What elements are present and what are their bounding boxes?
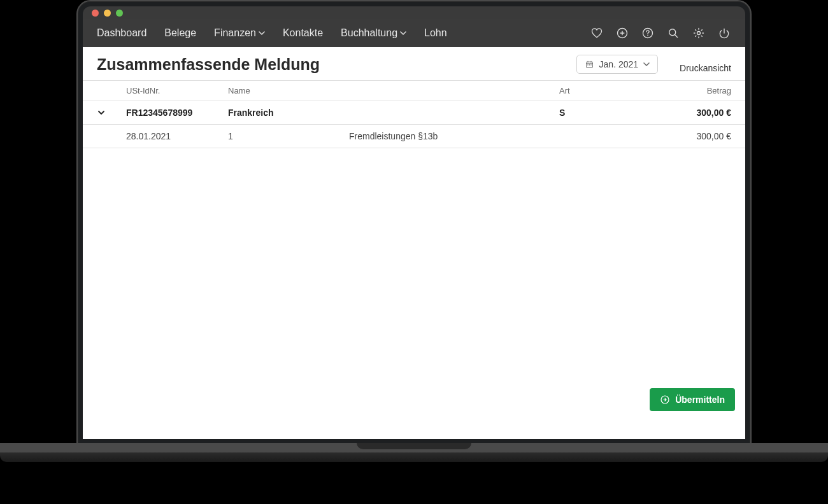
- cell-name: Frankreich: [228, 108, 349, 118]
- cell-num: 1: [228, 131, 349, 141]
- th-art: Art: [559, 86, 661, 95]
- data-table: USt-IdNr. Name Art Betrag FR12345678999 …: [83, 81, 745, 148]
- window-close-dot[interactable]: [92, 10, 99, 17]
- nav-lohn[interactable]: Lohn: [424, 27, 447, 39]
- cell-detail-betrag: 300,00 €: [661, 131, 731, 141]
- nav-dashboard-label: Dashboard: [97, 27, 146, 39]
- add-icon[interactable]: [615, 26, 629, 40]
- arrow-circle-icon: [660, 395, 670, 405]
- cell-desc: Fremdleistungen §13b: [349, 131, 438, 141]
- nav-lohn-label: Lohn: [424, 27, 447, 39]
- gear-icon[interactable]: [692, 26, 706, 40]
- nav-buchhaltung[interactable]: Buchhaltung: [341, 27, 406, 39]
- expand-row-icon[interactable]: [97, 108, 106, 117]
- page-header: Zusammenfassende Meldung Jan. 2021 Druck…: [83, 47, 745, 81]
- search-icon[interactable]: [666, 26, 680, 40]
- power-icon[interactable]: [717, 26, 731, 40]
- app-screen: Dashboard Belege Finanzen Kontakte Buchh…: [83, 6, 745, 439]
- nav-left: Dashboard Belege Finanzen Kontakte Buchh…: [97, 27, 447, 39]
- submit-button[interactable]: Übermitteln: [650, 388, 735, 411]
- nav-dashboard[interactable]: Dashboard: [97, 27, 146, 39]
- page-title: Zusammenfassende Meldung: [97, 55, 320, 74]
- cell-art: S: [559, 108, 661, 118]
- cell-date: 28.01.2021: [126, 131, 228, 141]
- window-maximize-dot[interactable]: [116, 10, 123, 17]
- table-detail-row: 28.01.2021 1 Fremdleistungen §13b 300,00…: [83, 125, 745, 148]
- window-titlebar: [83, 6, 745, 19]
- nav-kontakte[interactable]: Kontakte: [283, 27, 323, 39]
- main-menubar: Dashboard Belege Finanzen Kontakte Buchh…: [83, 19, 745, 47]
- laptop-frame: Dashboard Belege Finanzen Kontakte Buchh…: [76, 0, 752, 445]
- cell-ustid: FR12345678999: [126, 108, 228, 118]
- nav-buchhaltung-label: Buchhaltung: [341, 27, 397, 39]
- heart-icon[interactable]: [590, 26, 604, 40]
- laptop-notch: [357, 443, 471, 449]
- svg-point-4: [697, 32, 701, 35]
- nav-finanzen-label: Finanzen: [214, 27, 256, 39]
- date-picker-button[interactable]: Jan. 2021: [576, 55, 659, 74]
- submit-button-label: Übermitteln: [675, 395, 725, 405]
- window-minimize-dot[interactable]: [104, 10, 111, 17]
- date-picker-label: Jan. 2021: [599, 59, 639, 69]
- th-name: Name: [228, 86, 349, 95]
- chevron-down-icon: [643, 61, 650, 67]
- th-betrag: Betrag: [661, 86, 731, 95]
- nav-belege[interactable]: Belege: [164, 27, 196, 39]
- nav-right: [590, 26, 731, 40]
- nav-finanzen[interactable]: Finanzen: [214, 27, 265, 39]
- help-icon[interactable]: [641, 26, 655, 40]
- print-view-link[interactable]: Druckansicht: [680, 63, 731, 73]
- cell-betrag: 300,00 €: [661, 108, 731, 118]
- table-summary-row[interactable]: FR12345678999 Frankreich S 300,00 €: [83, 101, 745, 125]
- svg-point-2: [647, 35, 648, 36]
- nav-kontakte-label: Kontakte: [283, 27, 323, 39]
- chevron-down-icon: [259, 30, 265, 36]
- calendar-icon: [585, 60, 594, 69]
- table-header-row: USt-IdNr. Name Art Betrag: [83, 81, 745, 101]
- th-ustid: USt-IdNr.: [126, 86, 228, 95]
- page-content: Zusammenfassende Meldung Jan. 2021 Druck…: [83, 47, 745, 439]
- nav-belege-label: Belege: [164, 27, 196, 39]
- chevron-down-icon: [400, 30, 406, 36]
